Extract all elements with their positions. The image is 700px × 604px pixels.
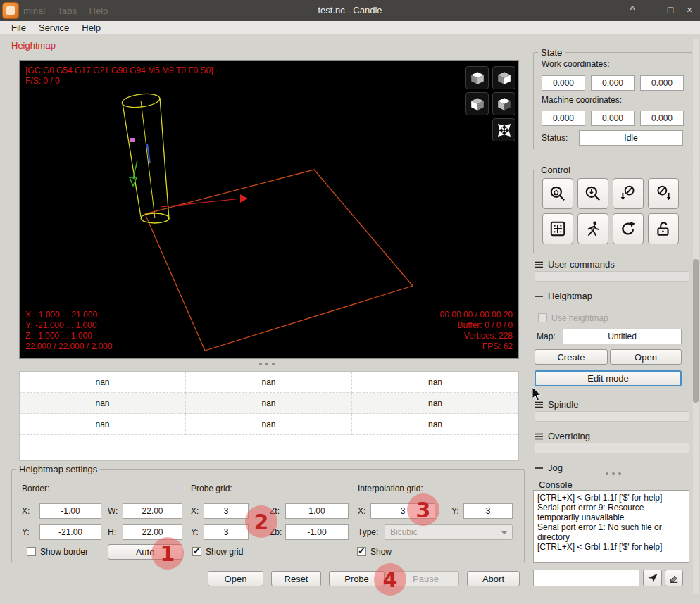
show-grid-label: Show grid xyxy=(206,544,243,560)
title-bar[interactable]: minal Tabs Help test.nc - Candle ^ – □ × xyxy=(0,0,700,21)
hamburger-icon xyxy=(535,261,543,268)
border-w-field[interactable] xyxy=(123,503,182,519)
show-border-label: Show border xyxy=(40,544,88,560)
splitter-handle[interactable] xyxy=(259,363,275,365)
zero-xy-button[interactable] xyxy=(613,178,644,209)
close-button[interactable]: × xyxy=(685,4,694,15)
view-top-button[interactable] xyxy=(465,66,489,89)
range-x-text: X: -1.000 ... 21.000 xyxy=(25,310,97,320)
panel-splitter-handle[interactable] xyxy=(606,472,621,475)
view-side-button[interactable] xyxy=(492,92,515,115)
console-line: [CTRL+X] < Grbl 1.1f ['$' for help] xyxy=(537,542,685,552)
section-label: Overriding xyxy=(548,431,590,441)
cube-icon xyxy=(496,96,512,112)
interp-y-field[interactable] xyxy=(463,503,513,519)
section-heightmap[interactable]: Heightmap xyxy=(535,291,592,301)
restore-origin-button[interactable] xyxy=(542,213,573,244)
interp-type-select[interactable]: Bicubic xyxy=(385,524,513,540)
clear-console-button[interactable] xyxy=(665,570,683,586)
work-y-field xyxy=(591,75,635,91)
reset-button-control[interactable] xyxy=(613,213,644,244)
table-cell: nan xyxy=(20,414,186,435)
zero-z-icon xyxy=(654,184,673,203)
create-button[interactable]: Create xyxy=(535,349,608,365)
gcode-3d-viewport[interactable]: [GC:G0 G54 G17 G21 G90 G94 M5 M9 T0 F0 S… xyxy=(19,60,519,359)
map-label: Map: xyxy=(537,329,556,344)
expand-icon xyxy=(496,122,512,138)
console-output[interactable]: [CTRL+X] < Grbl 1.1f ['$' for help] Seri… xyxy=(533,490,689,563)
work-x-field xyxy=(542,75,585,91)
edit-mode-button[interactable]: Edit mode xyxy=(535,370,682,386)
section-label: Heightmap xyxy=(548,291,592,301)
feed-spindle-text: F/S: 0 / 0 xyxy=(25,76,60,86)
group-title: Control xyxy=(538,165,573,175)
time-text: 00:00:00 / 00:00:20 xyxy=(440,310,513,320)
show-grid-checkbox[interactable] xyxy=(192,547,201,556)
gcode-state-text: [GC:G0 G54 G17 G21 G90 G94 M5 M9 T0 F0 S… xyxy=(25,65,213,75)
view-isometric-button[interactable] xyxy=(492,66,515,89)
border-x-field[interactable] xyxy=(39,503,101,519)
probe-zb-field[interactable] xyxy=(285,524,349,540)
machine-z-field xyxy=(640,111,684,126)
status-value-field xyxy=(579,130,683,146)
home-button[interactable] xyxy=(542,178,573,209)
group-title: Heightmap settings xyxy=(16,464,100,474)
section-overriding[interactable]: Overriding xyxy=(535,431,590,441)
maximize-button[interactable]: □ xyxy=(665,4,675,15)
annotation-marker-4: 4 xyxy=(374,563,406,596)
table-cell: nan xyxy=(186,393,352,414)
reset-icon xyxy=(619,220,637,238)
border-h-label: H: xyxy=(108,524,116,540)
scrollbar-thumb[interactable] xyxy=(693,259,699,403)
show-border-checkbox[interactable] xyxy=(27,547,36,556)
spindle-bar xyxy=(535,411,689,422)
probe-zt-field[interactable] xyxy=(285,503,349,519)
send-command-button[interactable] xyxy=(643,570,662,586)
minimize-button[interactable]: – xyxy=(646,4,656,15)
work-coordinates-label: Work coordinates: xyxy=(542,56,610,72)
heightmap-tab-label: Heightmap xyxy=(11,40,56,51)
menu-bar: File Service Help xyxy=(0,21,700,34)
section-user-commands[interactable]: User commands xyxy=(535,259,615,270)
machine-x-field xyxy=(542,111,585,126)
minus-icon xyxy=(535,293,543,300)
command-input[interactable] xyxy=(533,570,639,586)
z-probe-button[interactable] xyxy=(577,178,608,209)
hamburger-icon xyxy=(535,433,543,440)
map-name-field[interactable] xyxy=(563,329,682,344)
annotation-marker-2: 2 xyxy=(245,505,277,538)
abort-button[interactable]: Abort xyxy=(467,571,520,586)
open-heightmap-button[interactable]: Open xyxy=(610,349,682,365)
console-line: [CTRL+X] < Grbl 1.1f ['$' for help] xyxy=(537,493,685,503)
view-front-button[interactable] xyxy=(465,92,489,115)
probe-x-field[interactable] xyxy=(204,503,249,519)
menu-service[interactable]: Service xyxy=(39,21,69,34)
menu-help[interactable]: Help xyxy=(82,21,101,34)
unlock-button[interactable] xyxy=(648,213,679,244)
console-line: Serial port error 9: Resource temporaril… xyxy=(537,503,685,522)
vertices-text: Vertices: 228 xyxy=(464,331,513,341)
reset-button[interactable]: Reset xyxy=(271,571,321,586)
show-interpolation-checkbox[interactable] xyxy=(357,547,366,556)
machine-coordinates-label: Machine coordinates: xyxy=(542,92,622,108)
border-w-label: W: xyxy=(108,503,118,519)
safe-position-button[interactable] xyxy=(577,213,608,244)
shade-button[interactable]: ^ xyxy=(627,4,637,15)
cube-icon xyxy=(470,70,485,86)
open-button[interactable]: Open xyxy=(208,571,263,586)
border-section-label: Border: xyxy=(22,484,49,493)
probe-grid-section-label: Probe grid: xyxy=(191,484,232,493)
interp-type-value: Bicubic xyxy=(390,527,418,537)
eraser-icon xyxy=(668,572,680,584)
menu-file[interactable]: File xyxy=(11,21,26,34)
section-jog[interactable]: Jog xyxy=(535,463,563,473)
panel-scrollbar[interactable] xyxy=(693,39,699,594)
fit-view-button[interactable] xyxy=(492,118,515,141)
border-y-field[interactable] xyxy=(39,524,101,540)
probe-y-field[interactable] xyxy=(204,524,249,540)
control-group: Control xyxy=(533,170,692,253)
zero-z-button[interactable] xyxy=(648,178,679,209)
interp-y-label: Y: xyxy=(451,503,459,519)
section-label: User commands xyxy=(548,259,615,270)
table-cell: nan xyxy=(186,414,352,435)
